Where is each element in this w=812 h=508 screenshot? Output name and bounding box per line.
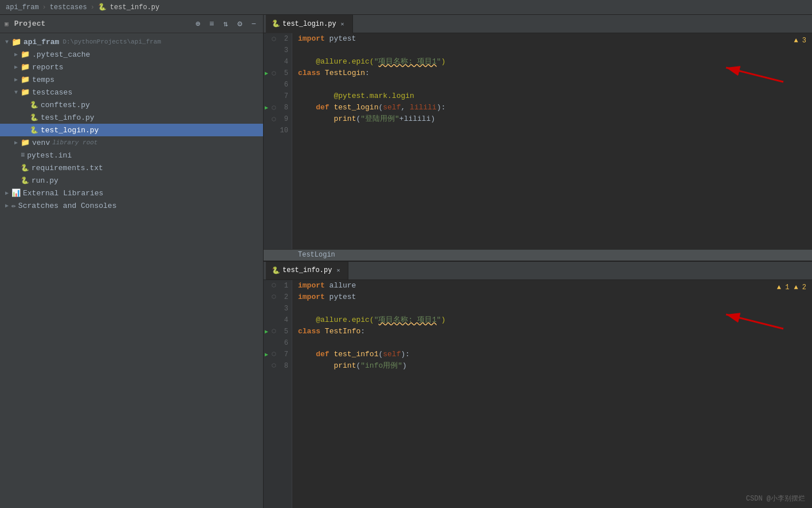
bp-icon-8: ⬡: [272, 105, 276, 111]
main-layout: ▣ Project ⊕ ≡ ⇅ ⚙ − ▼ 📁 api_fram D:\pyth…: [0, 15, 812, 508]
gutter-6: 6: [264, 79, 292, 90]
breadcrumb-part-3[interactable]: test_info.py: [110, 3, 159, 11]
arrow-icon-external: ▶: [2, 190, 11, 196]
sidebar-item-testcases[interactable]: ▼ 📁 testcases: [0, 86, 263, 99]
upper-line-gutter: ⬡ 2 3 4 ▶ ⬡ 5: [264, 33, 292, 249]
lower-line-num-7: 7: [284, 351, 288, 359]
bp-icon-5: ⬡: [272, 70, 276, 77]
tab-label-test-login: test_login.py: [283, 20, 336, 28]
arrow-icon-testcases: ▼: [11, 89, 21, 96]
tab-close-test-login[interactable]: ✕: [339, 20, 347, 28]
code-line-3: [298, 45, 806, 56]
label-reports: reports: [32, 63, 64, 72]
editor-split: 🐍 test_login.py ✕ ⬡ 2 3: [264, 15, 812, 508]
hide-icon[interactable]: −: [249, 18, 258, 30]
sidebar-tree: ▼ 📁 api_fram D:\pythonProjects\api_fram …: [0, 33, 263, 508]
sidebar-item-scratches[interactable]: ▶ ✏ Scratches and Consoles: [0, 199, 263, 212]
file-icon-pytest-ini: ≡: [21, 151, 25, 159]
watermark: CSDN @小李别摆烂: [746, 494, 805, 503]
code-line-2: import pytest: [298, 33, 806, 45]
label-run: run.py: [32, 176, 58, 185]
lower-run-btn-5[interactable]: ▶: [265, 328, 268, 335]
lower-gutter-2: ⬡ 2: [264, 292, 292, 303]
sidebar-item-root[interactable]: ▼ 📁 api_fram D:\pythonProjects\api_fram: [0, 36, 263, 48]
label-venv: venv: [32, 139, 50, 147]
settings-icon[interactable]: ⚙: [235, 18, 244, 30]
line-num-5: 5: [284, 69, 288, 77]
sidebar-item-conftest[interactable]: 🐍 conftest.py: [0, 99, 263, 111]
sidebar-item-venv[interactable]: ▶ 📁 venv library root: [0, 136, 263, 149]
icon-scratches: ✏: [11, 201, 16, 210]
code-line-5: class TestLogin:: [298, 68, 806, 79]
lower-bp-8: ⬡: [272, 363, 276, 369]
breadcrumb-part-2[interactable]: testcases: [50, 3, 87, 11]
code-line-9: print("登陆用例"+lilili): [298, 113, 806, 125]
lower-code-line-1: import allure: [298, 280, 806, 292]
add-content-icon[interactable]: ⊕: [193, 18, 202, 30]
file-icon-breadcrumb: 🐍: [98, 3, 107, 11]
sidebar-item-temps[interactable]: ▶ 📁 temps: [0, 73, 263, 86]
gutter-3: 3: [264, 45, 292, 56]
sublabel-venv: library root: [52, 139, 97, 146]
file-icon-test-login: 🐍: [30, 126, 38, 135]
bp-icon-2: ⬡: [272, 36, 276, 42]
sync-icon[interactable]: ≡: [207, 18, 216, 30]
editor-area: 🐍 test_login.py ✕ ⬡ 2 3: [264, 15, 812, 508]
tab-icon-test-login: 🐍: [272, 19, 280, 28]
bp-icon-9: ⬡: [272, 116, 276, 123]
sidebar-item-pytest-ini[interactable]: ≡ pytest.ini: [0, 149, 263, 162]
root-path: D:\pythonProjects\api_fram: [62, 38, 161, 45]
run-btn-5[interactable]: ▶: [265, 70, 268, 77]
sidebar-item-external-libs[interactable]: ▶ 📊 External Libraries: [0, 187, 263, 199]
file-icon-test-info: 🐍: [30, 113, 38, 122]
arrow-icon-reports: ▶: [11, 64, 21, 70]
lower-tab-bar: 🐍 test_info.py ✕: [264, 262, 812, 280]
lower-run-btn-7[interactable]: ▶: [265, 351, 268, 358]
label-requirements: requirements.txt: [32, 164, 103, 172]
arrow-icon-venv: ▶: [11, 139, 21, 146]
sidebar-item-requirements[interactable]: 🐍 requirements.txt: [0, 162, 263, 174]
warning-badge-lower-1: ▲ 1: [777, 283, 790, 292]
line-num-7: 7: [284, 92, 288, 100]
warning-badge-upper: ▲ 3: [794, 37, 806, 45]
folder-icon-root: 📁: [11, 37, 21, 47]
run-btn-8[interactable]: ▶: [265, 104, 268, 111]
warning-badge-lower-2: ▲ 2: [794, 283, 806, 292]
label-external-libs: External Libraries: [23, 189, 103, 198]
upper-tooltip: TestLogin: [264, 249, 812, 261]
line-num-3: 3: [284, 46, 288, 54]
lower-line-num-3: 3: [284, 305, 288, 313]
sidebar-item-reports[interactable]: ▶ 📁 reports: [0, 61, 263, 73]
label-test-login: test_login.py: [41, 126, 99, 135]
label-testcases: testcases: [32, 88, 72, 97]
sidebar-item-run[interactable]: 🐍 run.py: [0, 174, 263, 187]
lower-bp-2: ⬡: [272, 294, 276, 300]
tab-close-test-info[interactable]: ✕: [334, 266, 342, 274]
lower-gutter-7: ▶ ⬡ 7: [264, 349, 292, 360]
breadcrumb-sep-2: ›: [91, 3, 95, 11]
arrow-icon-pytest-cache: ▶: [11, 51, 21, 58]
breadcrumb-sep-1: ›: [42, 3, 46, 11]
collapse-icon[interactable]: ⇅: [221, 18, 230, 30]
code-line-8: def test_login(self, lilili):: [298, 102, 806, 113]
sidebar-item-pytest-cache[interactable]: ▶ 📁 .pytest_cache: [0, 48, 263, 61]
gutter-8: ▶ ⬡ 8: [264, 102, 292, 113]
lower-gutter-4: 4: [264, 314, 292, 326]
folder-icon-reports: 📁: [21, 62, 30, 72]
code-line-10: [298, 125, 806, 136]
tab-test-login[interactable]: 🐍 test_login.py ✕: [266, 15, 353, 33]
sidebar-item-test-info[interactable]: 🐍 test_info.py: [0, 111, 263, 124]
label-pytest-cache: .pytest_cache: [32, 50, 90, 59]
lower-line-num-6: 6: [284, 339, 288, 347]
lower-code-line-2: import pytest: [298, 292, 806, 303]
breadcrumb-part-1[interactable]: api_fram: [6, 3, 39, 11]
upper-tab-bar: 🐍 test_login.py ✕: [264, 15, 812, 33]
lower-line-num-5: 5: [284, 328, 288, 336]
lower-gutter-8: ⬡ 8: [264, 360, 292, 372]
root-name: api_fram: [23, 38, 59, 46]
warning-badges-lower: ▲ 1 ▲ 2: [777, 283, 806, 292]
gutter-2: ⬡ 2: [264, 33, 292, 45]
tab-test-info[interactable]: 🐍 test_info.py ✕: [266, 262, 348, 280]
sidebar-item-test-login[interactable]: 🐍 test_login.py: [0, 124, 263, 136]
lower-code-view: ⬡ 1 ⬡ 2 3 4: [264, 280, 812, 509]
